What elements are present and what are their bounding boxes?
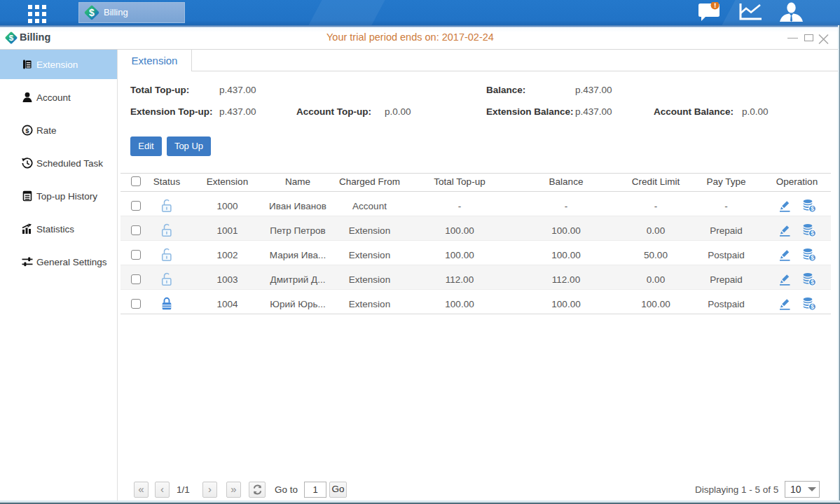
svg-text:$: $ [811,205,814,212]
svg-text:$: $ [89,7,95,18]
svg-text:$: $ [25,127,29,134]
svg-text:$: $ [811,230,814,237]
svg-text:$: $ [9,33,14,42]
svg-text:$: $ [811,279,814,286]
svg-text:$: $ [811,254,814,261]
svg-text:$: $ [811,303,814,310]
